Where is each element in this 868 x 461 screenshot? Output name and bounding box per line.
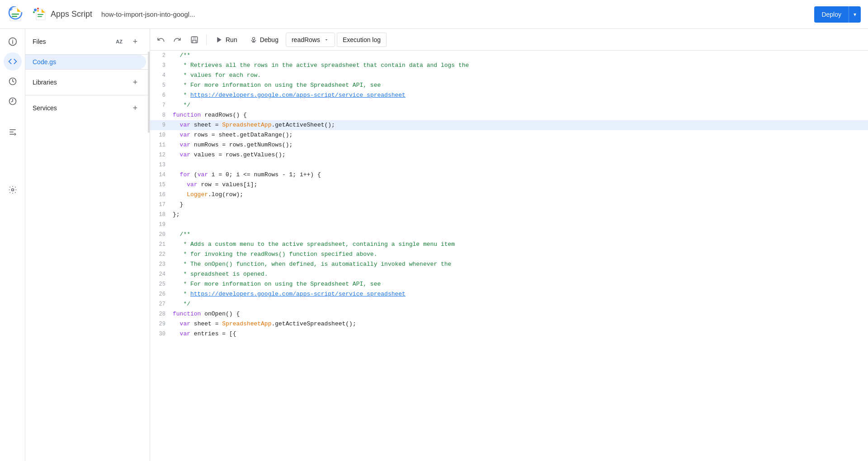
triggers-icon <box>8 77 17 86</box>
line-content-16: Logger.log(row); <box>173 190 868 200</box>
save-button[interactable] <box>186 33 203 47</box>
undo-button[interactable] <box>154 33 168 47</box>
code-line-27: 27 */ <box>150 299 868 309</box>
debug-icon <box>250 36 257 43</box>
execution-log-label: Execution log <box>343 36 381 43</box>
icon-sidebar <box>0 29 25 461</box>
panel-scrollbar <box>148 52 150 133</box>
svg-rect-2 <box>12 14 19 15</box>
add-service-button[interactable]: + <box>128 101 142 115</box>
line-content-11: var numRows = rows.getNumRows(); <box>173 140 868 150</box>
line-num-8: 8 <box>150 110 173 120</box>
line-num-29: 29 <box>150 319 173 329</box>
line-num-26: 26 <box>150 289 173 299</box>
redo-button[interactable] <box>170 33 184 47</box>
code-line-26: 26 * https://developers.google.com/apps-… <box>150 289 868 299</box>
line-content-14: for (var i = 0; i <= numRows - 1; i++) { <box>173 170 868 180</box>
sort-files-button[interactable]: AZ <box>114 34 124 49</box>
sidebar-item-editor[interactable] <box>4 52 22 71</box>
sidebar-item-executions[interactable] <box>4 92 22 110</box>
code-line-11: 11 var numRows = rows.getNumRows(); <box>150 140 868 150</box>
add-library-button[interactable]: + <box>128 75 142 89</box>
sidebar-item-triggers[interactable] <box>4 72 22 90</box>
code-line-3: 3 * Retrieves all the rows in the active… <box>150 61 868 71</box>
run-button[interactable]: Run <box>210 33 243 47</box>
sidebar-item-editor2[interactable] <box>4 123 22 141</box>
svg-rect-22 <box>193 37 196 39</box>
code-line-6: 6 * https://developers.google.com/apps-s… <box>150 90 868 100</box>
line-content-3: * Retrieves all the rows in the active s… <box>173 61 868 71</box>
deploy-dropdown-arrow[interactable]: ▾ <box>849 6 861 23</box>
file-name-code-gs: Code.gs <box>33 58 56 66</box>
function-name: readRows <box>292 36 320 43</box>
sort-az-label: AZ <box>116 39 123 44</box>
line-content-15: var row = values[i]; <box>173 180 868 190</box>
line-num-19: 19 <box>150 220 173 230</box>
logo-area <box>7 6 24 23</box>
redo-icon <box>173 36 181 44</box>
line-num-18: 18 <box>150 210 173 220</box>
line-num-28: 28 <box>150 309 173 319</box>
line-num-2: 2 <box>150 51 173 61</box>
code-line-18: 18 }; <box>150 210 868 220</box>
line-num-4: 4 <box>150 71 173 80</box>
line-num-3: 3 <box>150 61 173 71</box>
editor-toolbar: Run Debug readRows Execution log <box>150 29 868 51</box>
execution-log-button[interactable]: Execution log <box>337 33 387 47</box>
line-6-link[interactable]: https://developers.google.com/apps-scrip… <box>190 92 406 99</box>
code-line-21: 21 * Adds a custom menu to the active sp… <box>150 240 868 249</box>
code-line-2: 2 /** <box>150 51 868 61</box>
line-num-6: 6 <box>150 90 173 100</box>
code-icon <box>8 57 17 66</box>
line-content-28: function onOpen() { <box>173 309 868 319</box>
files-list: Code.gs <box>25 55 150 69</box>
save-icon <box>190 36 198 44</box>
project-title: how-to-import-json-into-googl... <box>101 10 195 18</box>
libraries-section-header[interactable]: Libraries + <box>25 69 150 95</box>
code-line-28: 28 function onOpen() { <box>150 309 868 319</box>
line-content-29: var sheet = SpreadsheetApp.getActiveSpre… <box>173 319 868 329</box>
code-line-19: 19 <box>150 220 868 230</box>
add-file-button[interactable]: + <box>128 34 142 49</box>
code-line-30: 30 var entries = [{ <box>150 329 868 339</box>
svg-point-9 <box>37 8 39 9</box>
line-num-5: 5 <box>150 80 173 90</box>
line-num-23: 23 <box>150 259 173 269</box>
code-line-24: 24 * spreadsheet is opened. <box>150 269 868 279</box>
code-editor[interactable]: 2 /** 3 * Retrieves all the rows in the … <box>150 51 868 461</box>
line-num-7: 7 <box>150 100 173 110</box>
function-selector[interactable]: readRows <box>286 33 335 47</box>
code-line-25: 25 * For more information on using the S… <box>150 279 868 289</box>
topbar: Apps Script how-to-import-json-into-goog… <box>0 0 868 29</box>
run-icon <box>216 36 223 43</box>
line-content-20: /** <box>173 230 868 240</box>
run-label: Run <box>226 36 237 43</box>
deploy-button[interactable]: Deploy ▾ <box>814 6 861 23</box>
line-content-8: function readRows() { <box>173 110 868 120</box>
line-content-5: * For more information on using the Spre… <box>173 80 868 90</box>
line-26-link[interactable]: https://developers.google.com/apps-scrip… <box>190 291 406 297</box>
line-content-9: var sheet = SpreadsheetApp.getActiveShee… <box>173 120 868 130</box>
debug-button[interactable]: Debug <box>245 33 284 47</box>
code-line-16: 16 Logger.log(row); <box>150 190 868 200</box>
line-content-2: /** <box>173 51 868 61</box>
line-content-4: * values for each row. <box>173 71 868 80</box>
line-num-14: 14 <box>150 170 173 180</box>
sidebar-item-settings[interactable] <box>4 181 22 199</box>
editor-area: Run Debug readRows Execution log <box>150 29 868 461</box>
line-num-27: 27 <box>150 299 173 309</box>
services-section-header[interactable]: Services + <box>25 95 150 121</box>
code-line-29: 29 var sheet = SpreadsheetApp.getActiveS… <box>150 319 868 329</box>
add-library-icon: + <box>133 78 138 87</box>
sidebar-item-overview[interactable] <box>4 33 22 51</box>
code-line-12: 12 var values = rows.getValues(); <box>150 150 868 160</box>
deploy-button-label[interactable]: Deploy <box>814 6 849 23</box>
code-line-8: 8 function readRows() { <box>150 110 868 120</box>
line-num-10: 10 <box>150 130 173 140</box>
code-line-23: 23 * The onOpen() function, when defined… <box>150 259 868 269</box>
code-line-20: 20 /** <box>150 230 868 240</box>
file-item-code-gs[interactable]: Code.gs <box>25 55 146 69</box>
code-line-5: 5 * For more information on using the Sp… <box>150 80 868 90</box>
svg-rect-6 <box>38 14 43 15</box>
file-panel-header: Files AZ + <box>25 29 150 55</box>
